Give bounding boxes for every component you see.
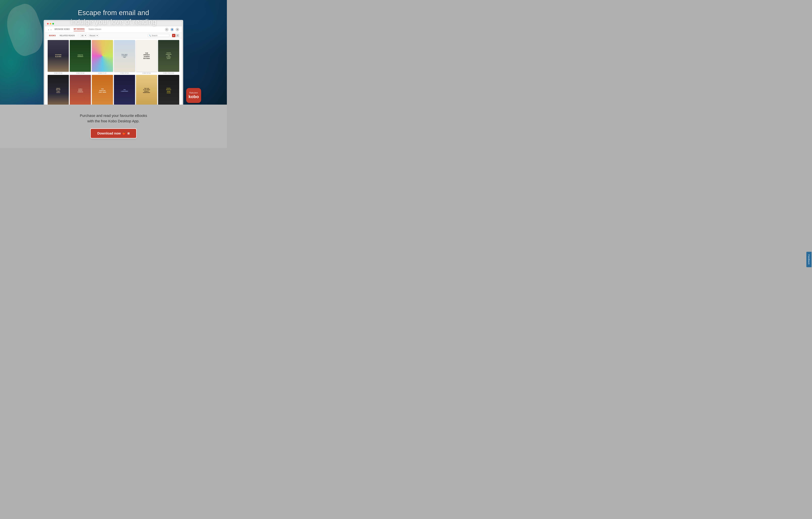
hero-title-line2: indulge your love of reading (0, 18, 227, 27)
tab-my-books[interactable]: MY BOOKS (74, 28, 85, 31)
book-cover: THEMARTIANANDY WEIR (92, 75, 113, 105)
list-item[interactable]: HENRYMILLERTropicCancer KOBO EPUB (48, 75, 69, 105)
book-cover: THELUMINARIES (114, 75, 135, 105)
search-input[interactable] (152, 34, 168, 36)
nav-arrows: ‹ › (48, 28, 52, 31)
list-item[interactable]: COCK-ROACHRAWIHAGE KOBO EPUB (158, 75, 179, 105)
description-line2: with the free Kobo Desktop App. (80, 118, 147, 124)
filter-all-select[interactable]: All (80, 34, 87, 37)
book-cover: STATIONELEVEN (48, 40, 69, 72)
book-label: KOBO EPUB (54, 72, 62, 74)
list-item[interactable]: THEMARTIANANDY WEIR KOBO EPUB (92, 75, 113, 105)
list-view-btn[interactable]: ☰ (176, 34, 179, 37)
book-cover: THEORENDAJOSEPHBOYDEN (136, 40, 157, 72)
book-cover: KRISTINHANNAH (70, 40, 91, 72)
view-toggle: ⊞ ☰ (172, 34, 179, 37)
apple-icon: 🍎 (122, 132, 126, 135)
filter-bar: BOOKS RELATED READS All Recent 🔍 ⊞ (45, 33, 182, 38)
book-cover: smittenkitchencookbook (70, 75, 91, 105)
nav-forward-arrow[interactable]: › (50, 28, 52, 31)
filter-recent-select[interactable]: Recent (88, 34, 99, 37)
filter-books-btn[interactable]: BOOKS (48, 34, 57, 37)
bottom-section: Purchase and read your favourite eBooks … (0, 104, 227, 148)
download-now-button[interactable]: Download now 🍎 ⊞ (91, 129, 136, 138)
tab-breadcrumb[interactable]: Station Eleven (89, 28, 101, 31)
nav-tabs: BROWSE KOBO MY BOOKS Station Eleven (55, 28, 165, 31)
nav-back-arrow[interactable]: ‹ (48, 28, 50, 31)
description-line1: Purchase and read your favourite eBooks (80, 113, 147, 118)
bottom-description: Purchase and read your favourite eBooks … (80, 113, 147, 124)
book-cover: THE SUNALSO RISESERNESTHEMINGWAY (136, 75, 157, 105)
windows-icon: ⊞ (127, 132, 129, 135)
book-cover: Once upona northernnight (114, 40, 135, 72)
hero-section: Escape from email and indulge your love … (0, 0, 227, 104)
list-item[interactable]: KRISTINHANNAH KOBO EPUB (70, 40, 91, 74)
books-grid: STATIONELEVEN KOBO EPUB KRISTINHANNAH KO… (45, 38, 182, 104)
kobo-label: kobo (188, 94, 199, 99)
book-cover: KAZUOISHIGUROTHEBURIEDGIANT (158, 40, 179, 72)
nav-refresh-icon[interactable]: ↻ (165, 28, 169, 31)
grid-view-btn[interactable]: ⊞ (172, 34, 175, 37)
kobo-nav: ‹ › BROWSE KOBO MY BOOKS Station Eleven … (45, 26, 182, 33)
rakuten-label: Rakuten (189, 92, 198, 94)
nav-icons: ↻ 👤 ⚙ (165, 28, 179, 31)
list-item[interactable]: KOBO PLUS (92, 40, 113, 74)
kobo-badge: Rakuten kobo (186, 88, 201, 103)
book-label: KOBO EPUB (76, 72, 85, 74)
list-item[interactable]: THE SUNALSO RISESERNESTHEMINGWAY KOBO PR… (136, 75, 157, 105)
list-item[interactable]: KAZUOISHIGUROTHEBURIEDGIANT KOBO PREVIEW (158, 40, 179, 74)
book-label: KOBO PLUS (98, 72, 107, 74)
mac-window-frame: ‹ › BROWSE KOBO MY BOOKS Station Eleven … (44, 20, 183, 104)
list-item[interactable]: THELUMINARIES KOBO PREVIEW (114, 75, 135, 105)
book-label: KOBO PREVIEW (163, 72, 174, 74)
tab-browse-kobo[interactable]: BROWSE KOBO (55, 28, 69, 31)
list-item[interactable]: smittenkitchencookbook KOBO EPUB (70, 75, 91, 105)
list-item[interactable]: STATIONELEVEN KOBO EPUB (48, 40, 69, 74)
hero-title-line1: Escape from email and (0, 8, 227, 18)
book-label: KOBO EPUB (143, 72, 151, 74)
list-item[interactable]: Once upona northernnight KOBO EPUB (114, 40, 135, 74)
download-button-label: Download now (97, 131, 121, 135)
search-icon: 🔍 (149, 35, 151, 36)
mac-screen: ‹ › BROWSE KOBO MY BOOKS Station Eleven … (45, 21, 182, 104)
book-cover: COCK-ROACHRAWIHAGE (158, 75, 179, 105)
hero-title: Escape from email and indulge your love … (0, 8, 227, 26)
book-label: KOBO EPUB (120, 72, 129, 74)
filter-related-reads-btn[interactable]: RELATED READS (58, 34, 76, 37)
nav-settings-icon[interactable]: ⚙ (176, 28, 179, 31)
book-cover (92, 40, 113, 72)
filter-divider (78, 34, 78, 37)
nav-user-icon[interactable]: 👤 (170, 28, 174, 31)
book-cover: HENRYMILLERTropicCancer (48, 75, 69, 105)
search-box: 🔍 (148, 34, 169, 37)
list-item[interactable]: THEORENDAJOSEPHBOYDEN KOBO EPUB (136, 40, 157, 74)
